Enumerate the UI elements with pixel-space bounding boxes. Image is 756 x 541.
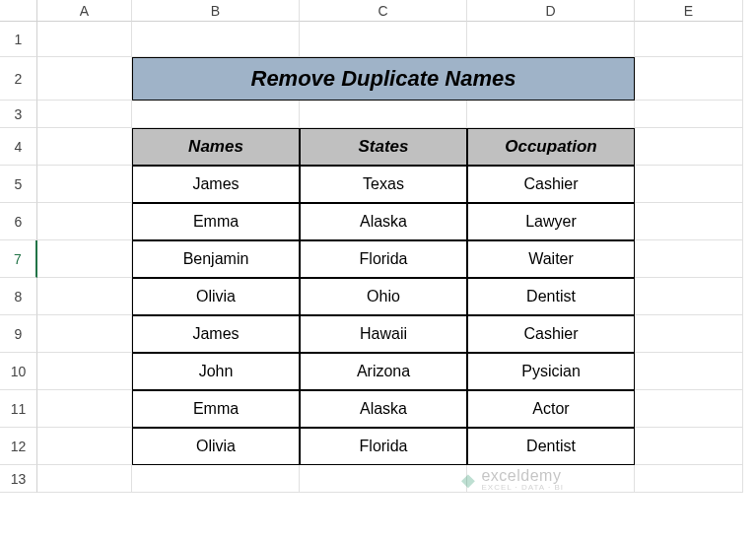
table-cell[interactable]: Florida <box>300 240 467 278</box>
table-header-names[interactable]: Names <box>132 128 300 166</box>
col-header-E[interactable]: E <box>635 0 743 22</box>
table-cell[interactable]: Waiter <box>467 240 635 278</box>
cell-D3[interactable] <box>467 101 635 128</box>
row-header-10[interactable]: 10 <box>0 353 37 390</box>
row-header-11[interactable]: 11 <box>0 390 37 428</box>
cell-C1[interactable] <box>300 22 467 57</box>
cell-A7[interactable] <box>37 240 132 278</box>
row-header-7[interactable]: 7 <box>0 240 37 278</box>
table-cell[interactable]: Emma <box>132 203 300 240</box>
cell-C3[interactable] <box>300 101 467 128</box>
table-cell[interactable]: James <box>132 166 300 203</box>
table-cell[interactable]: Lawyer <box>467 203 635 240</box>
cell-A12[interactable] <box>37 428 132 465</box>
cell-E8[interactable] <box>635 278 743 315</box>
cell-B13[interactable] <box>132 465 300 493</box>
table-cell[interactable]: Dentist <box>467 278 635 315</box>
table-cell[interactable]: John <box>132 353 300 390</box>
cell-A3[interactable] <box>37 101 132 128</box>
cell-E12[interactable] <box>635 428 743 465</box>
table-cell[interactable]: Texas <box>300 166 467 203</box>
table-cell[interactable]: Dentist <box>467 428 635 465</box>
table-cell[interactable]: Arizona <box>300 353 467 390</box>
row-header-1[interactable]: 1 <box>0 22 37 57</box>
table-header-occupation[interactable]: Occupation <box>467 128 635 166</box>
table-cell[interactable]: Cashier <box>467 315 635 353</box>
cell-A6[interactable] <box>37 203 132 240</box>
cell-E7[interactable] <box>635 240 743 278</box>
select-all-corner[interactable] <box>0 0 37 22</box>
row-header-13[interactable]: 13 <box>0 465 37 493</box>
cell-E13[interactable] <box>635 465 743 493</box>
row-header-4[interactable]: 4 <box>0 128 37 166</box>
cell-A11[interactable] <box>37 390 132 428</box>
cell-A4[interactable] <box>37 128 132 166</box>
cell-E3[interactable] <box>635 101 743 128</box>
cell-E5[interactable] <box>635 166 743 203</box>
cell-C13[interactable] <box>300 465 467 493</box>
table-cell[interactable]: Olivia <box>132 428 300 465</box>
cell-E9[interactable] <box>635 315 743 353</box>
table-cell[interactable]: Alaska <box>300 390 467 428</box>
table-cell[interactable]: James <box>132 315 300 353</box>
row-header-9[interactable]: 9 <box>0 315 37 353</box>
table-cell[interactable]: Pysician <box>467 353 635 390</box>
cell-D1[interactable] <box>467 22 635 57</box>
table-cell[interactable]: Alaska <box>300 203 467 240</box>
col-header-A[interactable]: A <box>37 0 132 22</box>
cell-A9[interactable] <box>37 315 132 353</box>
cell-E6[interactable] <box>635 203 743 240</box>
title-merged-cell[interactable]: Remove Duplicate Names <box>132 57 635 101</box>
cell-E10[interactable] <box>635 353 743 390</box>
cell-A8[interactable] <box>37 278 132 315</box>
table-header-states[interactable]: States <box>300 128 467 166</box>
row-header-12[interactable]: 12 <box>0 428 37 465</box>
table-cell[interactable]: Cashier <box>467 166 635 203</box>
col-header-D[interactable]: D <box>467 0 635 22</box>
cell-A2[interactable] <box>37 57 132 101</box>
row-header-5[interactable]: 5 <box>0 166 37 203</box>
row-header-8[interactable]: 8 <box>0 278 37 315</box>
col-header-B[interactable]: B <box>132 0 300 22</box>
cell-E2[interactable] <box>635 57 743 101</box>
table-cell[interactable]: Hawaii <box>300 315 467 353</box>
table-cell[interactable]: Emma <box>132 390 300 428</box>
cell-A5[interactable] <box>37 166 132 203</box>
table-cell[interactable]: Florida <box>300 428 467 465</box>
cell-B3[interactable] <box>132 101 300 128</box>
table-cell[interactable]: Actor <box>467 390 635 428</box>
cell-B1[interactable] <box>132 22 300 57</box>
table-cell[interactable]: Benjamin <box>132 240 300 278</box>
cell-E4[interactable] <box>635 128 743 166</box>
table-cell[interactable]: Olivia <box>132 278 300 315</box>
col-header-C[interactable]: C <box>300 0 467 22</box>
row-header-3[interactable]: 3 <box>0 101 37 128</box>
cell-A13[interactable] <box>37 465 132 493</box>
cell-E11[interactable] <box>635 390 743 428</box>
cell-D13[interactable] <box>467 465 635 493</box>
spreadsheet-grid[interactable]: A B C D E 1 2 Remove Duplicate Names 3 4… <box>0 0 756 493</box>
row-header-2[interactable]: 2 <box>0 57 37 101</box>
cell-E1[interactable] <box>635 22 743 57</box>
row-header-6[interactable]: 6 <box>0 203 37 240</box>
table-cell[interactable]: Ohio <box>300 278 467 315</box>
cell-A10[interactable] <box>37 353 132 390</box>
cell-A1[interactable] <box>37 22 132 57</box>
